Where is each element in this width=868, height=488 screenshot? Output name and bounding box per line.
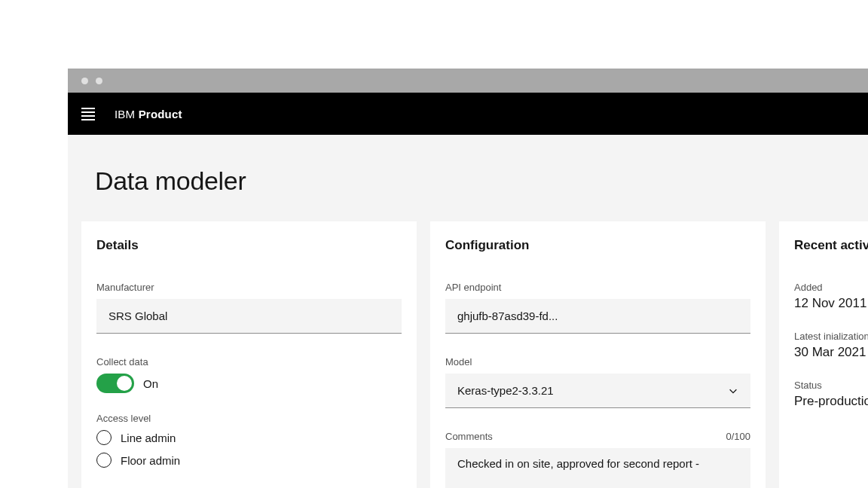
manufacturer-input[interactable] bbox=[96, 299, 402, 334]
api-endpoint-field: API endpoint bbox=[445, 282, 750, 334]
activity-status-value: Pre-production bbox=[794, 394, 868, 409]
api-endpoint-label: API endpoint bbox=[445, 282, 750, 293]
activity-status-label: Status bbox=[794, 380, 868, 391]
activity-initialization: Latest inialization 30 Mar 2021 bbox=[794, 331, 868, 360]
menu-icon[interactable] bbox=[81, 106, 96, 121]
page-title-wrap: Data modeler bbox=[68, 135, 868, 221]
activity-added-label: Added bbox=[794, 282, 868, 293]
comments-label: Comments bbox=[445, 431, 493, 442]
chevron-down-icon bbox=[728, 386, 738, 396]
access-level-label: Access level bbox=[96, 413, 402, 424]
radio-label: Line admin bbox=[121, 432, 176, 444]
app-window: IBM Product Data modeler Details Manufac… bbox=[68, 69, 868, 488]
radio-label: Floor admin bbox=[121, 454, 180, 467]
access-level-option-line-admin[interactable]: Line admin bbox=[96, 430, 402, 445]
window-control-dot[interactable] bbox=[96, 78, 102, 84]
access-level-field: Access level Line admin Floor admin bbox=[96, 413, 402, 468]
details-panel: Details Manufacturer Collect data On Acc… bbox=[81, 221, 417, 488]
recent-activity-heading: Recent activity bbox=[794, 238, 868, 253]
radio-icon bbox=[96, 430, 112, 445]
app-header: IBM Product bbox=[68, 93, 868, 135]
activity-added: Added 12 Nov 2011 bbox=[794, 282, 868, 311]
collect-data-toggle[interactable] bbox=[96, 374, 134, 393]
model-selected-value: Keras-type2-3.3.21 bbox=[457, 384, 554, 397]
window-control-dot[interactable] bbox=[81, 78, 88, 84]
api-endpoint-input[interactable] bbox=[445, 299, 750, 334]
activity-init-label: Latest inialization bbox=[794, 331, 868, 342]
details-heading: Details bbox=[96, 238, 402, 253]
manufacturer-field: Manufacturer bbox=[96, 282, 402, 334]
recent-activity-panel: Recent activity Added 12 Nov 2011 Latest… bbox=[779, 221, 868, 488]
collect-data-state: On bbox=[143, 377, 158, 390]
activity-added-value: 12 Nov 2011 bbox=[794, 296, 868, 311]
brand-label: IBM Product bbox=[115, 108, 182, 120]
collect-data-label: Collect data bbox=[96, 356, 402, 368]
mac-titlebar bbox=[68, 69, 868, 93]
page-title: Data modeler bbox=[95, 166, 841, 196]
model-label: Model bbox=[445, 356, 750, 368]
comments-textarea[interactable] bbox=[445, 448, 750, 488]
model-select[interactable]: Keras-type2-3.3.21 bbox=[445, 374, 750, 408]
access-level-option-floor-admin[interactable]: Floor admin bbox=[96, 453, 402, 468]
activity-status: Status Pre-production bbox=[794, 380, 868, 409]
panels-row: Details Manufacturer Collect data On Acc… bbox=[68, 221, 868, 488]
configuration-heading: Configuration bbox=[445, 238, 750, 253]
collect-data-field: Collect data On bbox=[96, 356, 402, 393]
radio-icon bbox=[96, 453, 112, 468]
comments-count: 0/100 bbox=[726, 431, 750, 442]
comments-field: Comments 0/100 bbox=[445, 431, 750, 488]
model-field: Model Keras-type2-3.3.21 bbox=[445, 356, 750, 408]
configuration-panel: Configuration API endpoint Model Keras-t… bbox=[430, 221, 766, 488]
manufacturer-label: Manufacturer bbox=[96, 282, 402, 293]
activity-init-value: 30 Mar 2021 bbox=[794, 345, 868, 360]
